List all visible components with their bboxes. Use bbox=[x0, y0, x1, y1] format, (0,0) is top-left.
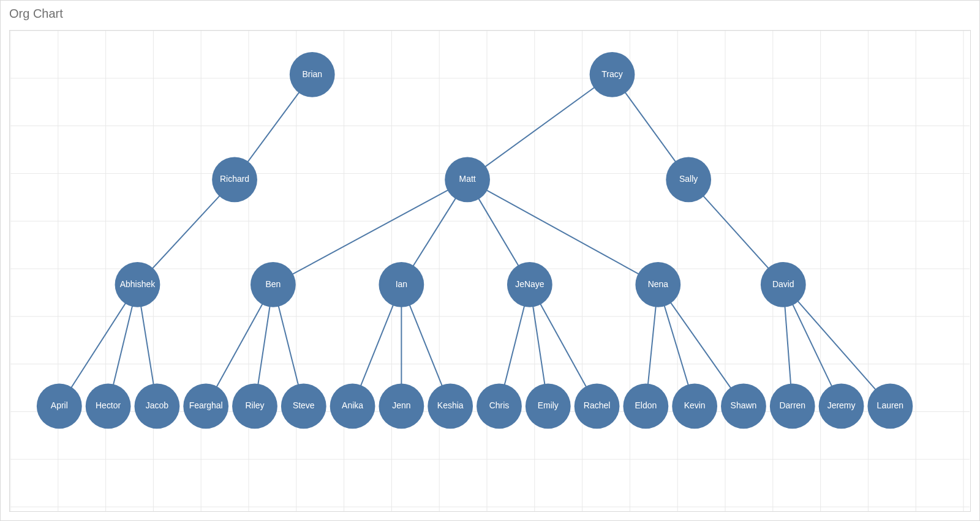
node-label-rachel: Rachel bbox=[584, 400, 610, 410]
node-label-shawn: Shawn bbox=[731, 400, 757, 410]
panel-title: Org Chart bbox=[1, 1, 979, 24]
node-label-abhishek: Abhishek bbox=[120, 279, 155, 289]
node-jeremy[interactable]: Jeremy bbox=[819, 384, 864, 429]
nodes: BrianTracyRichardMattSallyAbhishekBenIan… bbox=[37, 52, 913, 429]
node-label-david: David bbox=[772, 279, 794, 289]
node-label-steve: Steve bbox=[293, 400, 315, 410]
node-label-kevin: Kevin bbox=[684, 400, 706, 410]
node-fearghal[interactable]: Fearghal bbox=[183, 384, 228, 429]
node-label-keshia: Keshia bbox=[437, 400, 464, 410]
node-david[interactable]: David bbox=[761, 262, 806, 307]
node-chris[interactable]: Chris bbox=[477, 384, 522, 429]
node-sally[interactable]: Sally bbox=[666, 157, 711, 202]
node-lauren[interactable]: Lauren bbox=[867, 384, 913, 429]
node-label-jacob: Jacob bbox=[146, 400, 168, 410]
node-jacob[interactable]: Jacob bbox=[134, 384, 179, 429]
panel: Org Chart BrianTracyRichardMattSallyAbhi… bbox=[0, 0, 980, 521]
node-eldon[interactable]: Eldon bbox=[623, 384, 668, 429]
node-jenn[interactable]: Jenn bbox=[379, 384, 424, 429]
node-jenaye[interactable]: JeNaye bbox=[507, 262, 552, 307]
node-label-eldon: Eldon bbox=[635, 400, 657, 410]
chart-frame: BrianTracyRichardMattSallyAbhishekBenIan… bbox=[9, 30, 971, 512]
node-label-riley: Riley bbox=[245, 400, 264, 410]
node-label-ben: Ben bbox=[265, 279, 281, 289]
node-darren[interactable]: Darren bbox=[770, 384, 815, 429]
node-riley[interactable]: Riley bbox=[232, 384, 277, 429]
node-ben[interactable]: Ben bbox=[251, 262, 296, 307]
node-label-hector: Hector bbox=[96, 400, 121, 410]
node-anika[interactable]: Anika bbox=[330, 384, 375, 429]
node-label-matt: Matt bbox=[459, 174, 476, 184]
node-ian[interactable]: Ian bbox=[379, 262, 424, 307]
node-label-lauren: Lauren bbox=[877, 400, 903, 410]
edge-tracy-matt bbox=[467, 75, 612, 180]
node-label-darren: Darren bbox=[779, 400, 805, 410]
node-label-emily: Emily bbox=[538, 400, 559, 410]
node-label-jenaye: JeNaye bbox=[515, 279, 545, 289]
node-abhishek[interactable]: Abhishek bbox=[115, 262, 160, 307]
node-label-ian: Ian bbox=[396, 279, 407, 289]
node-shawn[interactable]: Shawn bbox=[721, 384, 766, 429]
node-label-jenn: Jenn bbox=[392, 400, 410, 410]
edges bbox=[59, 75, 891, 407]
node-label-sally: Sally bbox=[679, 174, 698, 184]
node-label-brian: Brian bbox=[302, 69, 322, 79]
node-nena[interactable]: Nena bbox=[635, 262, 680, 307]
node-richard[interactable]: Richard bbox=[212, 157, 257, 202]
node-label-april: April bbox=[51, 400, 68, 410]
node-steve[interactable]: Steve bbox=[281, 384, 326, 429]
node-hector[interactable]: Hector bbox=[86, 384, 131, 429]
org-chart[interactable]: BrianTracyRichardMattSallyAbhishekBenIan… bbox=[10, 31, 970, 511]
node-label-jeremy: Jeremy bbox=[827, 400, 856, 410]
node-kevin[interactable]: Kevin bbox=[672, 384, 717, 429]
node-label-anika: Anika bbox=[342, 400, 363, 410]
node-matt[interactable]: Matt bbox=[445, 157, 490, 202]
node-label-richard: Richard bbox=[220, 174, 249, 184]
node-keshia[interactable]: Keshia bbox=[428, 384, 473, 429]
node-emily[interactable]: Emily bbox=[526, 384, 571, 429]
node-rachel[interactable]: Rachel bbox=[575, 384, 620, 429]
node-label-chris: Chris bbox=[489, 400, 510, 410]
node-label-fearghal: Fearghal bbox=[189, 400, 223, 410]
node-brian[interactable]: Brian bbox=[290, 52, 335, 97]
node-april[interactable]: April bbox=[37, 384, 82, 429]
node-label-nena: Nena bbox=[648, 279, 669, 289]
node-tracy[interactable]: Tracy bbox=[590, 52, 635, 97]
node-label-tracy: Tracy bbox=[601, 69, 622, 79]
